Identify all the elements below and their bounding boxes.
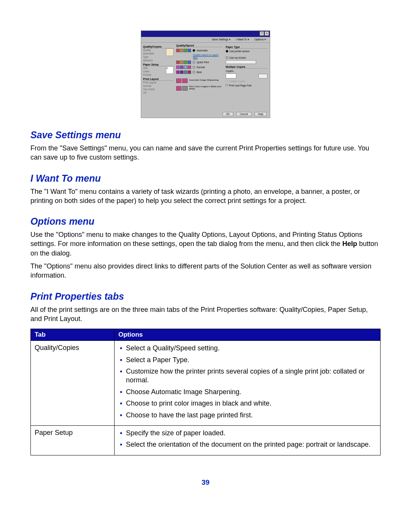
- dialog-right-panel: Paper Type Use printer sensor Use my cho…: [224, 43, 269, 108]
- print-properties-table: Tab Options Quality/Copies Select a Qual…: [30, 329, 381, 455]
- ok-button-image: OK: [223, 112, 233, 116]
- tab-name-cell: Paper Setup: [31, 426, 115, 455]
- i-want-to-text: The "I Want To" menu contains a variety …: [30, 187, 381, 206]
- close-icon: ×: [264, 31, 269, 36]
- tab-options-cell: Select a Quality/Speed setting. Select a…: [115, 341, 381, 426]
- list-item: Choose to print color images in black an…: [120, 399, 376, 408]
- options-menu: Options ▾: [255, 38, 266, 41]
- options-text-1: Use the "Options" menu to make changes t…: [30, 230, 381, 258]
- help-button-image: Help: [255, 112, 267, 116]
- options-text-2: The "Options" menu also provides direct …: [30, 262, 381, 280]
- i-want-to-menu: I Want To ▾: [236, 38, 249, 41]
- list-item: Select a Paper Type.: [120, 356, 376, 364]
- page-number: 39: [30, 478, 381, 487]
- print-properties-tabs-heading: Print Properties tabs: [30, 291, 381, 302]
- tab-name-cell: Quality/Copies: [31, 341, 115, 426]
- dialog-titlebar: ? ×: [141, 31, 270, 37]
- table-row: Quality/Copies Select a Quality/Speed se…: [31, 341, 381, 426]
- options-heading: Options menu: [30, 216, 381, 227]
- i-want-to-heading: I Want To menu: [30, 173, 381, 184]
- list-item: Customize how the printer prints several…: [120, 367, 376, 385]
- list-item: Choose to have the last page printed fir…: [120, 411, 376, 420]
- list-item: Choose Automatic Image Sharpening.: [120, 388, 376, 396]
- dialog-left-panel: Quality/Copies Quality Automatic Type Se…: [141, 43, 175, 108]
- help-titlebar-icon: ?: [260, 31, 264, 36]
- table-header-options: Options: [115, 329, 381, 341]
- print-properties-dialog-screenshot: ? × Save Settings ▾ I Want To ▾ Options …: [141, 30, 270, 118]
- dialog-quality-speed-panel: Quality/Speed Automatic Quality based on…: [175, 43, 224, 108]
- quality-copies-group: Quality/Copies: [143, 45, 174, 48]
- save-settings-heading: Save Settings menu: [30, 129, 381, 141]
- print-properties-tabs-text: All of the print settings are on the thr…: [30, 305, 381, 324]
- save-settings-text: From the "Save Settings" menu, you can n…: [30, 144, 381, 162]
- save-settings-menu: Save Settings ▾: [212, 38, 231, 41]
- table-row: Paper Setup Specify the size of paper lo…: [31, 426, 381, 455]
- list-item: Select the orientation of the document o…: [120, 440, 376, 449]
- dialog-menu-row: Save Settings ▾ I Want To ▾ Options ▾: [141, 37, 270, 43]
- print-layout-group: Print Layout: [143, 78, 174, 81]
- list-item: Specify the size of paper loaded.: [120, 429, 376, 438]
- paper-setup-group: Paper Setup: [143, 63, 174, 66]
- tab-options-cell: Specify the size of paper loaded. Select…: [115, 426, 381, 455]
- list-item: Select a Quality/Speed setting.: [120, 344, 376, 353]
- table-header-tab: Tab: [31, 329, 115, 341]
- cancel-button-image: Cancel: [236, 112, 252, 116]
